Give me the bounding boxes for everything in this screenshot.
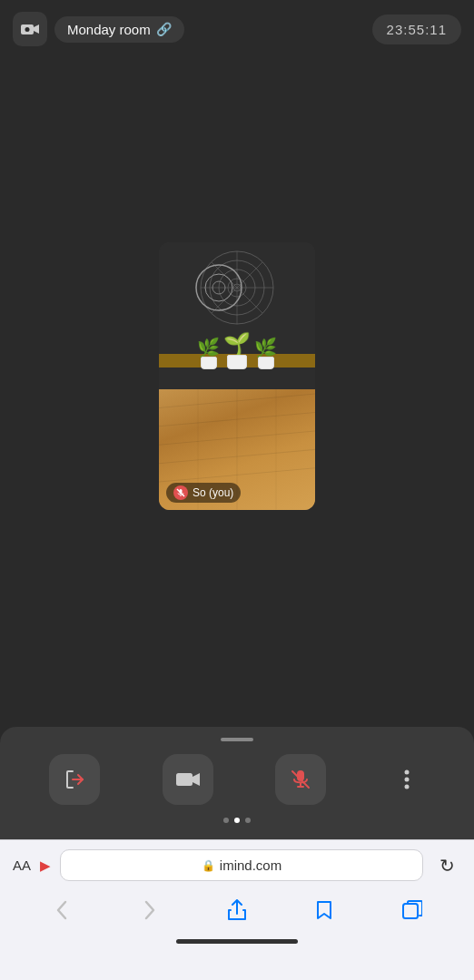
plant-leaves-right: 🌿 bbox=[254, 338, 277, 357]
video-recording-icon: ▶ bbox=[40, 858, 51, 874]
tabs-button[interactable] bbox=[392, 890, 432, 930]
forward-icon bbox=[144, 900, 155, 920]
camera-icon bbox=[21, 22, 39, 36]
time-display: 23:55:11 bbox=[372, 15, 461, 44]
control-bar bbox=[0, 727, 474, 839]
svg-point-34 bbox=[404, 778, 409, 782]
user-label: So (you) bbox=[166, 483, 241, 503]
mic-muted-icon bbox=[291, 769, 311, 789]
svg-point-33 bbox=[404, 770, 409, 775]
control-buttons bbox=[0, 754, 474, 812]
main-content-area: 🌿 🌱 🌿 bbox=[0, 58, 474, 693]
back-button[interactable] bbox=[42, 890, 82, 930]
plant-left: 🌿 bbox=[197, 338, 220, 369]
mic-toggle-button[interactable] bbox=[275, 754, 326, 805]
room-name-pill[interactable]: Monday room 🔗 bbox=[54, 16, 184, 43]
page-dots bbox=[0, 812, 474, 832]
svg-rect-27 bbox=[176, 773, 193, 786]
video-tile: 🌿 🌱 🌿 bbox=[159, 242, 315, 510]
link-icon: 🔗 bbox=[156, 22, 172, 36]
forward-button[interactable] bbox=[130, 890, 170, 930]
camera-toggle-icon bbox=[176, 770, 200, 789]
room-name: Monday room bbox=[67, 22, 151, 37]
home-indicator bbox=[176, 939, 298, 944]
top-bar-left: Monday room 🔗 bbox=[13, 12, 184, 46]
reload-button[interactable]: ↻ bbox=[432, 851, 461, 880]
plants-container: 🌿 🌱 🌿 bbox=[159, 333, 315, 369]
muted-mic-icon bbox=[173, 485, 188, 500]
back-icon bbox=[56, 900, 67, 920]
bookmarks-button[interactable] bbox=[304, 890, 344, 930]
url-text: imind.com bbox=[220, 858, 281, 873]
drag-handle[interactable] bbox=[221, 738, 253, 741]
wall-art bbox=[192, 247, 282, 328]
browser-bar: AA ▶ 🔒 imind.com ↻ bbox=[0, 839, 474, 980]
dot-1 bbox=[223, 818, 229, 823]
svg-point-2 bbox=[25, 27, 30, 32]
share-button[interactable] bbox=[217, 890, 257, 930]
browser-nav bbox=[0, 887, 474, 936]
svg-rect-36 bbox=[403, 904, 418, 918]
leave-icon bbox=[64, 769, 85, 790]
tabs-icon bbox=[402, 900, 422, 920]
camera-toggle-button[interactable] bbox=[163, 754, 213, 805]
svg-point-35 bbox=[404, 785, 409, 789]
url-bar-area: AA ▶ 🔒 imind.com ↻ bbox=[0, 840, 474, 887]
plant-leaves-left: 🌿 bbox=[197, 338, 220, 357]
leave-button[interactable] bbox=[49, 754, 100, 805]
plant-right: 🌿 bbox=[254, 338, 277, 369]
dot-3 bbox=[245, 818, 251, 823]
url-bar[interactable]: 🔒 imind.com bbox=[60, 849, 423, 881]
share-icon bbox=[227, 899, 247, 921]
svg-marker-1 bbox=[34, 24, 39, 34]
aa-button[interactable]: AA bbox=[13, 858, 31, 873]
plant-pot-left bbox=[201, 357, 217, 369]
top-bar: Monday room 🔗 23:55:11 bbox=[0, 0, 474, 58]
more-options-button[interactable] bbox=[389, 761, 425, 798]
plant-pot-right bbox=[258, 357, 274, 369]
bookmarks-icon bbox=[314, 899, 334, 921]
video-content: 🌿 🌱 🌿 bbox=[159, 242, 315, 510]
dot-2 bbox=[234, 818, 240, 823]
plant-center: 🌱 bbox=[223, 333, 251, 369]
lock-icon: 🔒 bbox=[202, 859, 215, 872]
svg-marker-28 bbox=[193, 773, 200, 786]
more-icon bbox=[404, 769, 410, 790]
camera-button[interactable] bbox=[13, 12, 47, 46]
plant-pot-center bbox=[227, 355, 247, 369]
plant-leaves-center: 🌱 bbox=[223, 333, 251, 355]
user-name: So (you) bbox=[193, 486, 233, 499]
